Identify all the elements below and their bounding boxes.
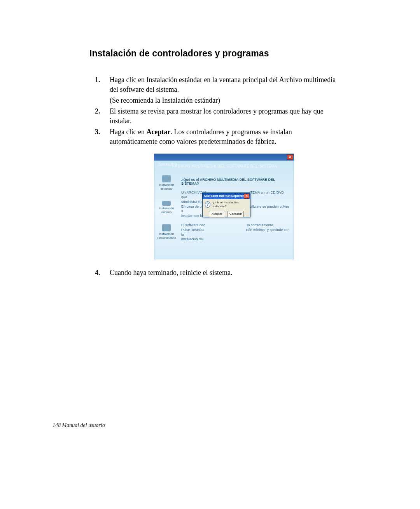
sidebar-item-standard[interactable]: Instalación estándar <box>156 175 177 191</box>
step-3-pre: Haga clic en <box>110 128 146 136</box>
text-frag: En caso de bro <box>181 205 205 208</box>
minimal-install-icon <box>162 201 171 206</box>
text-frag: instalación del <box>181 237 203 241</box>
text-frag: El software nec <box>181 223 205 227</box>
dialog-titlebar: Microsoft Internet Explorer × <box>203 193 250 199</box>
installer-screenshot: × Samsung ARCHIVO MULTIMEDIA DEL SOFTWAR… <box>154 154 294 259</box>
panel-heading: ¿Qué es el ARCHIVO MULTIMEDIA DEL SOFTWA… <box>181 178 290 185</box>
step-4-text: Cuando haya terminado, reinicie el siste… <box>110 268 338 278</box>
custom-install-icon <box>162 224 171 231</box>
text-frag: to correctamente. <box>247 223 274 227</box>
cancel-button[interactable]: Cancelar <box>228 211 244 217</box>
step-2: El sistema se revisa para mostrar los co… <box>89 107 338 126</box>
dialog-close-icon[interactable]: × <box>244 194 249 199</box>
dialog-body: ? ¿Iniciar instalación estándar? <box>203 199 250 210</box>
dialog-button-row: Aceptar Cancelar <box>203 210 250 219</box>
sidebar-item-label: Instalación personalizada <box>156 232 177 240</box>
sidebar-item-label: Instalación estándar <box>156 183 177 191</box>
sidebar-item-minimal[interactable]: Instalación mínima <box>156 201 177 214</box>
step-1-note: (Se recomienda la Instalación estándar) <box>110 96 338 105</box>
close-icon[interactable]: × <box>287 154 293 160</box>
step-4: Cuando haya terminado, reinicie el siste… <box>89 268 338 278</box>
sidebar: Instalación estándar Instalación mínima … <box>156 175 177 250</box>
step-3-bold: Aceptar <box>146 128 170 136</box>
content-area: Instalación de controladores y programas… <box>89 48 338 279</box>
page-footer: 148 Manual del usuario <box>52 423 105 428</box>
accept-button[interactable]: Aceptar <box>209 211 225 217</box>
text-frag: suministra Sa <box>181 200 203 204</box>
dialog-title: Microsoft Internet Explorer <box>204 194 244 198</box>
text-frag: instalar con fac <box>181 214 205 218</box>
standard-install-icon <box>162 175 171 182</box>
step-1: Haga clic en Instalación estándar en la … <box>89 75 338 105</box>
manual-page: Instalación de controladores y programas… <box>0 0 420 509</box>
text-frag: Pulse "Instalac <box>181 228 204 232</box>
confirm-dialog: Microsoft Internet Explorer × ? ¿Iniciar… <box>202 192 250 217</box>
step-3: Haga clic en Aceptar. Los controladores … <box>89 127 338 259</box>
screenshot-figure-wrap: × Samsung ARCHIVO MULTIMEDIA DEL SOFTWAR… <box>110 154 338 259</box>
step-1-text: Haga clic en Instalación estándar en la … <box>110 75 338 94</box>
dialog-message: ¿Iniciar instalación estándar? <box>213 201 248 208</box>
section-heading: Instalación de controladores y programas <box>89 48 338 59</box>
sidebar-item-custom[interactable]: Instalación personalizada <box>156 224 177 240</box>
sidebar-item-label: Instalación mínima <box>156 206 177 214</box>
instruction-list: Haga clic en Instalación estándar en la … <box>89 75 338 278</box>
app-title: ARCHIVO MULTIMEDIA DEL SOFTWARE DEL SIST… <box>172 164 277 168</box>
question-icon: ? <box>205 201 210 208</box>
step-2-text: El sistema se revisa para mostrar los co… <box>110 107 338 126</box>
step-3-text: Haga clic en Aceptar. Los controladores … <box>110 127 338 147</box>
window-titlebar: × <box>154 154 294 161</box>
